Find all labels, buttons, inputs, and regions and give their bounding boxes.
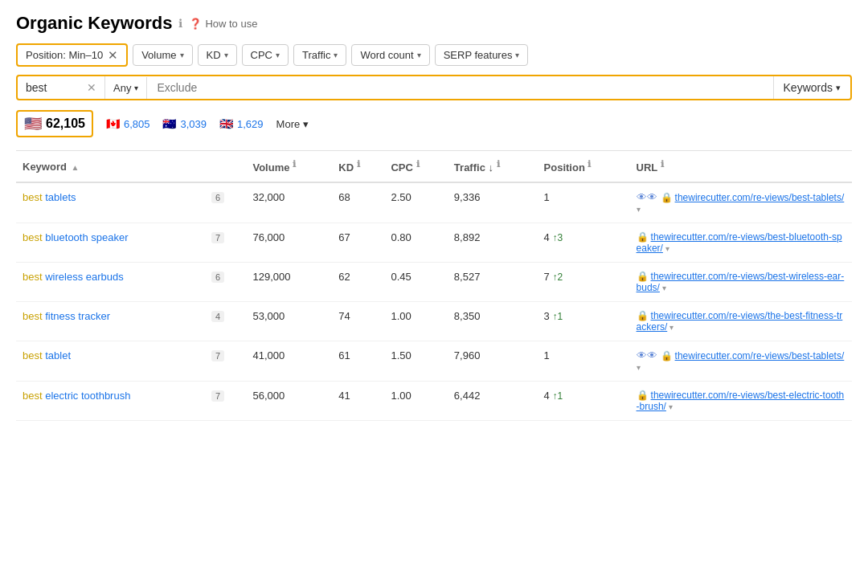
country-stats: 🇺🇸 62,105 🇨🇦 6,805 🇦🇺 3,039 🇬🇧 1,629 Mor… xyxy=(16,110,852,137)
volume-cell: 53,000 xyxy=(246,302,332,341)
exclude-input[interactable] xyxy=(147,76,772,99)
how-to-use-link[interactable]: ❓ How to use xyxy=(189,18,257,30)
position-cell: 4 ↑1 xyxy=(538,382,630,421)
lock-icon: 🔒 xyxy=(637,390,649,401)
position-cell: 1 xyxy=(538,341,630,382)
cpc-cell: 0.80 xyxy=(384,223,447,263)
word-count-filter-button[interactable]: Word count ▾ xyxy=(351,44,429,66)
keyword-link[interactable]: best bluetooth speaker xyxy=(23,231,129,243)
url-dropdown-button[interactable]: ▾ xyxy=(637,205,641,214)
country-stat-au[interactable]: 🇦🇺 3,039 xyxy=(162,117,207,130)
url-dropdown-button[interactable]: ▾ xyxy=(666,402,673,411)
page-title: Organic Keywords xyxy=(16,13,172,34)
keywords-dropdown[interactable]: Keywords ▾ xyxy=(773,76,850,99)
keyword-link[interactable]: best electric toothbrush xyxy=(23,390,130,402)
table-row: best fitness tracker453,000741.008,3503 … xyxy=(16,302,852,341)
url-dropdown-button[interactable]: ▾ xyxy=(660,284,666,292)
kd-cell: 68 xyxy=(332,182,384,223)
url-link[interactable]: thewirecutter.com/re-views/best-wireless… xyxy=(637,271,845,293)
keyword-cell: best bluetooth speaker xyxy=(16,223,202,263)
word-count-cell: 7 xyxy=(202,223,246,263)
info-icon[interactable]: ℹ xyxy=(178,17,182,30)
position-cell: 1 xyxy=(538,182,630,223)
word-count-cell: 6 xyxy=(202,263,246,302)
kd-filter-button[interactable]: KD ▾ xyxy=(198,44,237,66)
kd-cell: 62 xyxy=(332,263,384,302)
cpc-cell: 1.00 xyxy=(384,302,447,341)
keyword-link[interactable]: best tablets xyxy=(23,191,76,203)
table-row: best wireless earbuds6129,000620.458,527… xyxy=(16,263,852,302)
kd-info-icon[interactable]: ℹ xyxy=(357,159,360,169)
traffic-cell: 7,960 xyxy=(448,341,538,382)
traffic-cell: 9,336 xyxy=(448,182,538,223)
kd-cell: 61 xyxy=(332,341,384,382)
ca-flag-icon: 🇨🇦 xyxy=(106,117,120,130)
traffic-cell: 8,892 xyxy=(448,223,538,263)
keyword-cell: best electric toothbrush xyxy=(16,382,202,421)
more-countries-button[interactable]: More ▾ xyxy=(276,118,309,130)
chevron-down-icon: ▾ xyxy=(836,83,841,93)
chevron-down-icon: ▾ xyxy=(276,51,280,59)
trend-indicator: ↑1 xyxy=(552,390,563,402)
cpc-filter-button[interactable]: CPC ▾ xyxy=(242,44,289,66)
url-link[interactable]: thewirecutter.com/re-views/best-tablets/ xyxy=(675,192,845,203)
position-info-icon[interactable]: ℹ xyxy=(588,159,591,169)
traffic-filter-button[interactable]: Traffic ▾ xyxy=(293,44,346,66)
col-keyword: Keyword ▲ xyxy=(16,151,202,182)
keyword-link[interactable]: best fitness tracker xyxy=(23,310,110,322)
url-info-icon[interactable]: ℹ xyxy=(661,159,664,169)
cpc-cell: 1.50 xyxy=(384,341,447,382)
url-dropdown-button[interactable]: ▾ xyxy=(637,363,641,372)
country-stat-us[interactable]: 🇺🇸 62,105 xyxy=(16,110,93,137)
volume-filter-button[interactable]: Volume ▾ xyxy=(133,44,192,66)
col-traffic: Traffic ↓ ℹ xyxy=(448,151,538,182)
url-dropdown-button[interactable]: ▾ xyxy=(663,244,669,253)
position-cell: 7 ↑2 xyxy=(538,263,630,302)
kd-cell: 74 xyxy=(332,302,384,341)
chevron-down-icon: ▾ xyxy=(334,51,338,59)
url-link[interactable]: thewirecutter.com/re-views/best-tablets/ xyxy=(675,350,845,361)
sort-icon: ▲ xyxy=(72,163,80,172)
chevron-down-icon: ▾ xyxy=(417,51,421,59)
filter-close-button[interactable]: ✕ xyxy=(108,49,118,61)
clear-search-button[interactable]: ✕ xyxy=(87,81,96,94)
au-flag-icon: 🇦🇺 xyxy=(162,117,176,130)
serp-features-filter-button[interactable]: SERP features ▾ xyxy=(435,44,529,66)
word-count-cell: 6 xyxy=(202,182,246,223)
eyes-icon: 👁👁 xyxy=(637,191,657,203)
question-icon: ❓ xyxy=(189,18,202,30)
keyword-cell: best tablets xyxy=(16,182,202,223)
word-count-cell: 4 xyxy=(202,302,246,341)
url-dropdown-button[interactable]: ▾ xyxy=(667,323,674,332)
country-stat-ca[interactable]: 🇨🇦 6,805 xyxy=(106,117,150,130)
chevron-down-icon: ▾ xyxy=(180,51,184,59)
keywords-table: Keyword ▲ Volume ℹ KD ℹ CPC ℹ Traffic ↓ … xyxy=(16,151,852,421)
cpc-cell: 2.50 xyxy=(384,182,447,223)
trend-indicator: ↑3 xyxy=(552,232,563,243)
lock-icon: 🔒 xyxy=(661,192,673,203)
volume-cell: 41,000 xyxy=(246,341,332,382)
word-count-cell: 7 xyxy=(202,341,246,382)
lock-icon: 🔒 xyxy=(637,231,649,243)
traffic-info-icon[interactable]: ℹ xyxy=(497,159,500,169)
volume-info-icon[interactable]: ℹ xyxy=(293,159,296,169)
search-bar: ✕ Any ▾ Keywords ▾ xyxy=(16,75,852,100)
url-cell: 👁👁🔒thewirecutter.com/re-views/best-table… xyxy=(630,182,852,223)
au-count: 3,039 xyxy=(180,118,207,130)
keyword-link[interactable]: best wireless earbuds xyxy=(23,271,124,283)
volume-cell: 32,000 xyxy=(246,182,332,223)
cpc-cell: 0.45 xyxy=(384,263,447,302)
active-filter-tag[interactable]: Position: Min–10 ✕ xyxy=(16,43,128,67)
any-dropdown[interactable]: Any ▾ xyxy=(105,77,147,99)
us-flag-icon: 🇺🇸 xyxy=(24,115,42,133)
us-count: 62,105 xyxy=(46,116,85,131)
country-stat-gb[interactable]: 🇬🇧 1,629 xyxy=(219,117,264,130)
search-input[interactable] xyxy=(26,81,82,94)
eyes-icon: 👁👁 xyxy=(637,349,657,361)
cpc-info-icon[interactable]: ℹ xyxy=(416,159,420,169)
gb-count: 1,629 xyxy=(237,118,264,130)
filter-bar: Position: Min–10 ✕ Volume ▾ KD ▾ CPC ▾ T… xyxy=(16,43,852,67)
traffic-cell: 8,527 xyxy=(448,263,538,302)
col-position: Position ℹ xyxy=(538,151,630,182)
keyword-link[interactable]: best tablet xyxy=(23,349,71,361)
